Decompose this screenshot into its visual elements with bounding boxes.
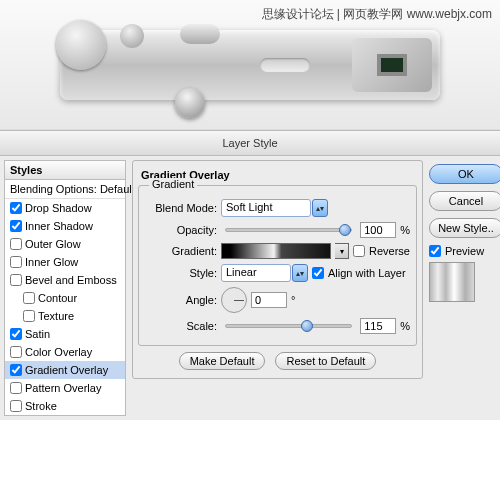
ok-button[interactable]: OK: [429, 164, 500, 184]
reset-default-button[interactable]: Reset to Default: [275, 352, 376, 370]
watermark: 思缘设计论坛 | 网页教学网 www.webjx.com: [262, 6, 492, 23]
dialog-actions: OK Cancel New Style.. Preview: [425, 156, 500, 420]
preview-swatch: [429, 262, 475, 302]
new-style-button[interactable]: New Style..: [429, 218, 500, 238]
effect-row-gradient-overlay[interactable]: Gradient Overlay: [5, 361, 125, 379]
style-label: Style:: [145, 267, 217, 279]
effect-label: Contour: [38, 292, 77, 304]
angle-label: Angle:: [145, 294, 217, 306]
align-checkbox[interactable]: [312, 267, 324, 279]
gradient-overlay-panel: Gradient Overlay Gradient Blend Mode: So…: [132, 160, 423, 379]
blend-mode-select[interactable]: Soft Light: [221, 199, 311, 217]
effect-checkbox[interactable]: [23, 292, 35, 304]
effect-row-texture[interactable]: Texture: [5, 307, 125, 325]
reverse-label: Reverse: [369, 245, 410, 257]
effect-checkbox[interactable]: [23, 310, 35, 322]
styles-sidebar: Styles Blending Options: Default Drop Sh…: [0, 156, 130, 420]
effect-row-inner-shadow[interactable]: Inner Shadow: [5, 217, 125, 235]
gradient-label: Gradient:: [145, 245, 217, 257]
dialog-title: Layer Style: [0, 131, 500, 156]
reverse-checkbox[interactable]: [353, 245, 365, 257]
style-select[interactable]: Linear: [221, 264, 291, 282]
effect-label: Color Overlay: [25, 346, 92, 358]
opacity-slider[interactable]: [225, 228, 352, 232]
angle-field[interactable]: 0: [251, 292, 287, 308]
effect-label: Bevel and Emboss: [25, 274, 117, 286]
effect-row-stroke[interactable]: Stroke: [5, 397, 125, 415]
pct-label: %: [400, 224, 410, 236]
effect-row-outer-glow[interactable]: Outer Glow: [5, 235, 125, 253]
effect-checkbox[interactable]: [10, 202, 22, 214]
deg-label: °: [291, 294, 295, 306]
preview-label: Preview: [445, 245, 484, 257]
effect-row-inner-glow[interactable]: Inner Glow: [5, 253, 125, 271]
effect-checkbox[interactable]: [10, 382, 22, 394]
effect-label: Texture: [38, 310, 74, 322]
effect-checkbox[interactable]: [10, 256, 22, 268]
camera-render: [60, 30, 440, 100]
effect-row-contour[interactable]: Contour: [5, 289, 125, 307]
effect-label: Drop Shadow: [25, 202, 92, 214]
effect-checkbox[interactable]: [10, 346, 22, 358]
effect-row-bevel-and-emboss[interactable]: Bevel and Emboss: [5, 271, 125, 289]
illustration: 思缘设计论坛 | 网页教学网 www.webjx.com: [0, 0, 500, 130]
effect-label: Gradient Overlay: [25, 364, 108, 376]
cancel-button[interactable]: Cancel: [429, 191, 500, 211]
effect-label: Inner Shadow: [25, 220, 93, 232]
blend-mode-label: Blend Mode:: [145, 202, 217, 214]
effect-checkbox[interactable]: [10, 238, 22, 250]
scale-slider[interactable]: [225, 324, 352, 328]
effect-row-satin[interactable]: Satin: [5, 325, 125, 343]
gradient-group: Gradient Blend Mode: Soft Light▴▾ Opacit…: [138, 185, 417, 346]
angle-wheel[interactable]: [221, 287, 247, 313]
effect-label: Pattern Overlay: [25, 382, 101, 394]
gradient-swatch[interactable]: [221, 243, 331, 259]
blending-options-row[interactable]: Blending Options: Default: [5, 180, 125, 199]
layer-style-dialog: Layer Style Styles Blending Options: Def…: [0, 130, 500, 420]
make-default-button[interactable]: Make Default: [179, 352, 266, 370]
group-legend: Gradient: [149, 178, 197, 190]
chevron-updown-icon[interactable]: ▴▾: [312, 199, 328, 217]
effect-label: Stroke: [25, 400, 57, 412]
effect-row-pattern-overlay[interactable]: Pattern Overlay: [5, 379, 125, 397]
effect-row-color-overlay[interactable]: Color Overlay: [5, 343, 125, 361]
chevron-updown-icon[interactable]: ▴▾: [292, 264, 308, 282]
scale-field[interactable]: 115: [360, 318, 396, 334]
effect-checkbox[interactable]: [10, 274, 22, 286]
preview-checkbox[interactable]: [429, 245, 441, 257]
effect-label: Outer Glow: [25, 238, 81, 250]
effect-checkbox[interactable]: [10, 400, 22, 412]
align-label: Align with Layer: [328, 267, 406, 279]
effect-row-drop-shadow[interactable]: Drop Shadow: [5, 199, 125, 217]
effect-checkbox[interactable]: [10, 220, 22, 232]
opacity-field[interactable]: 100: [360, 222, 396, 238]
chevron-down-icon[interactable]: ▾: [335, 243, 349, 259]
effect-checkbox[interactable]: [10, 328, 22, 340]
effect-label: Inner Glow: [25, 256, 78, 268]
opacity-label: Opacity:: [145, 224, 217, 236]
effect-label: Satin: [25, 328, 50, 340]
pct-label: %: [400, 320, 410, 332]
scale-label: Scale:: [145, 320, 217, 332]
styles-header[interactable]: Styles: [4, 160, 126, 180]
effect-checkbox[interactable]: [10, 364, 22, 376]
